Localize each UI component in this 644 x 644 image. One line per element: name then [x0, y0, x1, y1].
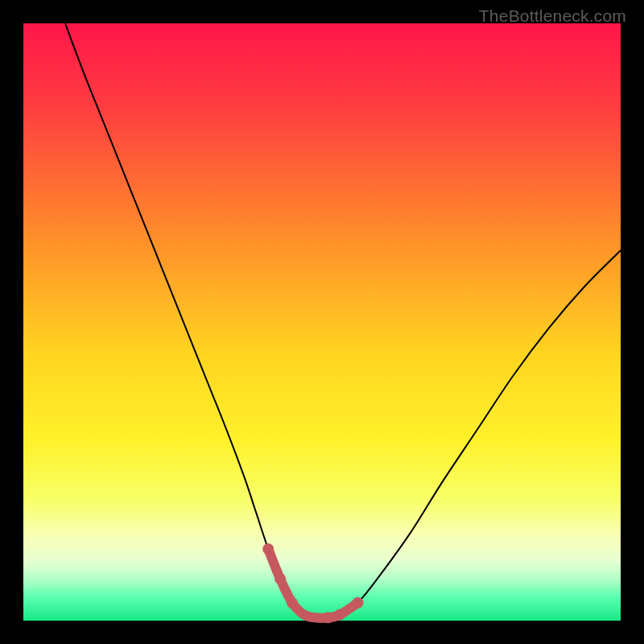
highlight-dot	[353, 597, 364, 609]
highlight-dot	[322, 612, 333, 623]
highlight-dot	[334, 609, 345, 621]
chart-frame: TheBottleneck.com	[0, 0, 644, 644]
highlight-dot	[287, 597, 298, 609]
bottleneck-curve	[65, 23, 621, 618]
highlight-dot	[275, 573, 286, 584]
highlight-dot	[262, 543, 274, 555]
chart-overlay	[23, 23, 621, 621]
